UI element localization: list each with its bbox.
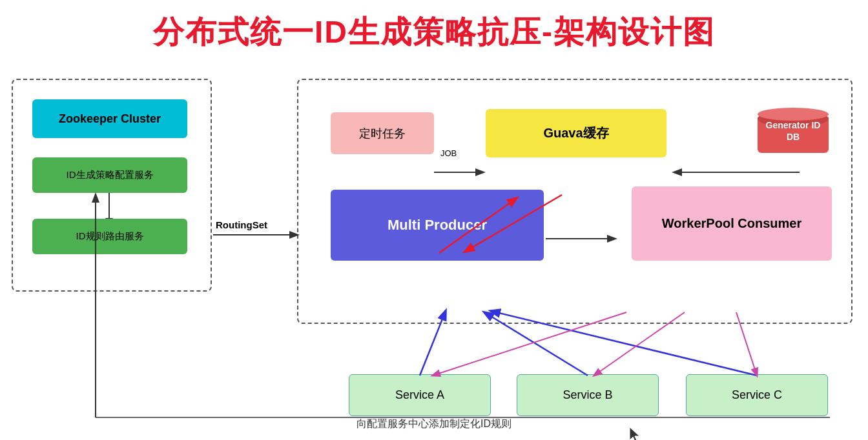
job-label: JOB [440, 148, 457, 158]
page-title: 分布式统一ID生成策略抗压-架构设计图 [0, 0, 868, 59]
producer-block: Multi Producer [331, 190, 544, 261]
svg-marker-0 [630, 427, 639, 440]
cursor [630, 427, 641, 440]
cylinder: Generator IDDB [758, 108, 829, 156]
guava-block: Guava缓存 [486, 109, 666, 157]
service-b-block: Service B [517, 374, 659, 416]
service-a-block: Service A [349, 374, 491, 416]
arrow-down-config [108, 193, 110, 219]
zookeeper-block: Zookeeper Cluster [32, 99, 187, 138]
generator-block: Generator IDDB [754, 106, 832, 157]
id-route-block: ID规则路由服务 [32, 219, 187, 254]
bottom-note: 向配置服务中心添加制定化ID规则 [356, 417, 512, 431]
consumer-block: WorkerPool Consumer [632, 186, 832, 261]
left-dashed-box: Zookeeper Cluster ID生成策略配置服务 ID规则路由服务 [12, 79, 212, 292]
dingshi-block: 定时任务 [331, 112, 434, 154]
service-c-block: Service C [686, 374, 828, 416]
cylinder-text: Generator IDDB [758, 119, 829, 143]
id-config-block: ID生成策略配置服务 [32, 157, 187, 193]
right-dashed-box: 定时任务 Guava缓存 Generator IDDB Multi Produc… [297, 79, 852, 324]
diagram-area: Zookeeper Cluster ID生成策略配置服务 ID规则路由服务 Ro… [0, 59, 868, 440]
routing-label: RoutingSet [216, 219, 267, 230]
cylinder-highlight [758, 108, 829, 121]
